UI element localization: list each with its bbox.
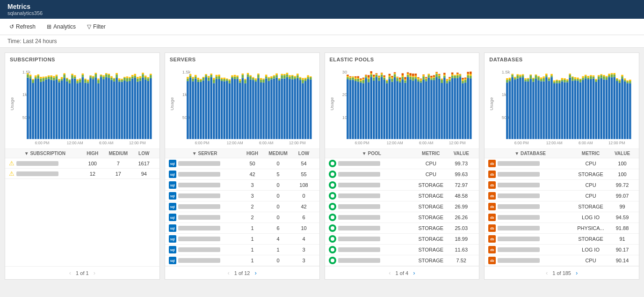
svg-rect-329: [357, 79, 359, 82]
svg-rect-429: [422, 76, 425, 80]
name-bar: [338, 193, 380, 198]
prev-page-button[interactable]: ‹: [67, 269, 73, 276]
svg-rect-365: [380, 74, 383, 77]
svg-rect-38: [53, 80, 55, 139]
svg-rect-220: [239, 83, 241, 139]
databases-pagination: ‹ 1 of 185 ›: [485, 266, 639, 279]
svg-rect-333: [360, 81, 362, 83]
svg-rect-595: [577, 78, 579, 79]
svg-rect-451: [435, 72, 438, 73]
svg-rect-290: [299, 78, 301, 80]
svg-rect-129: [131, 76, 134, 78]
svg-rect-493: [464, 80, 466, 82]
svg-rect-47: [61, 81, 63, 139]
svg-rect-460: [443, 78, 446, 139]
svg-text:1k: 1k: [22, 92, 27, 97]
svg-rect-556: [543, 76, 545, 78]
filter-button[interactable]: ▽ Filter: [85, 22, 108, 31]
time-bar: Time: Last 24 hours: [0, 35, 644, 48]
svg-text:12:00 PM: 12:00 PM: [608, 140, 625, 145]
svg-rect-285: [294, 76, 296, 77]
svg-rect-241: [257, 78, 260, 139]
svg-rect-32: [48, 79, 50, 139]
table-row: db CPU 100: [485, 158, 639, 169]
svg-rect-260: [273, 76, 275, 79]
svg-rect-647: [624, 82, 626, 139]
svg-rect-68: [79, 82, 81, 139]
svg-rect-37: [50, 75, 52, 77]
svg-rect-8: [27, 78, 29, 139]
prev-page-button[interactable]: ‹: [225, 269, 231, 276]
svg-rect-214: [234, 79, 236, 139]
svg-rect-526: [517, 74, 519, 75]
prev-page-button[interactable]: ‹: [544, 269, 550, 276]
svg-rect-604: [585, 75, 587, 76]
svg-rect-261: [273, 75, 275, 76]
svg-rect-164: [189, 75, 191, 78]
prev-page-button[interactable]: ‹: [387, 269, 392, 276]
table-row: STORAGE 7.52: [325, 255, 479, 266]
svg-rect-183: [205, 74, 207, 75]
svg-rect-289: [299, 80, 301, 139]
svg-rect-120: [123, 78, 126, 81]
svg-rect-616: [595, 79, 598, 80]
svg-rect-472: [451, 78, 453, 139]
refresh-button[interactable]: ↺ Refresh: [7, 22, 37, 31]
elastic-pools-chart: 30 20 10 Usage 6:00 PM 12:00 AM 6:00 AM …: [325, 64, 479, 148]
svg-rect-144: [145, 77, 147, 80]
svg-rect-197: [218, 76, 220, 79]
svg-rect-187: [210, 77, 212, 139]
svg-rect-196: [218, 79, 220, 139]
table-row: sql 1 4 4: [165, 234, 319, 245]
svg-rect-282: [291, 75, 294, 76]
svg-text:1.5k: 1.5k: [22, 69, 31, 74]
svg-rect-175: [200, 82, 202, 139]
elastic-pools-panel: ELASTIC POOLS 30 20 10 Usage 6:00 PM 12:…: [325, 52, 480, 280]
sql-icon: sql: [169, 171, 176, 178]
svg-rect-426: [420, 79, 422, 81]
next-page-button[interactable]: ›: [411, 269, 417, 276]
svg-rect-110: [116, 78, 118, 139]
svg-text:1k: 1k: [182, 92, 187, 97]
name-bar: [338, 204, 380, 209]
svg-rect-21: [37, 75, 40, 78]
svg-rect-276: [286, 73, 288, 74]
next-page-button[interactable]: ›: [574, 269, 579, 276]
svg-rect-140: [142, 77, 144, 139]
svg-rect-193: [215, 79, 217, 139]
svg-rect-198: [218, 74, 220, 76]
svg-rect-56: [69, 83, 71, 139]
svg-rect-483: [456, 73, 459, 74]
svg-rect-33: [48, 77, 50, 79]
svg-rect-501: [469, 76, 471, 78]
svg-rect-87: [95, 74, 97, 77]
svg-rect-514: [506, 78, 508, 80]
svg-rect-78: [87, 82, 89, 83]
svg-rect-263: [275, 75, 278, 77]
svg-rect-418: [414, 76, 417, 77]
svg-rect-204: [223, 78, 225, 79]
svg-rect-425: [420, 81, 422, 82]
svg-rect-141: [142, 74, 144, 77]
svg-rect-302: [310, 77, 312, 80]
svg-rect-549: [538, 77, 540, 80]
table-row: STORAGE 18.99: [325, 234, 479, 245]
svg-rect-167: [192, 78, 194, 81]
svg-rect-463: [443, 73, 446, 75]
svg-rect-269: [281, 75, 283, 79]
next-page-button[interactable]: ›: [253, 269, 258, 276]
svg-rect-321: [352, 77, 354, 80]
svg-rect-512: [506, 82, 508, 139]
pool-icon: [329, 224, 336, 232]
svg-rect-565: [550, 74, 553, 75]
servers-table: ▼ SERVER HIGH MEDIUM LOW sql 50 0 54 sql…: [165, 148, 319, 266]
analytics-button[interactable]: ⊞ Analytics: [45, 22, 78, 31]
svg-rect-499: [467, 72, 469, 74]
svg-rect-73: [82, 74, 84, 75]
svg-rect-478: [454, 75, 456, 76]
svg-rect-582: [566, 81, 569, 82]
svg-rect-516: [509, 79, 511, 81]
subscriptions-panel: SUBSCRIPTIONS 1.5k 1k 500 Usage 6:00 PM …: [5, 52, 160, 280]
databases-rows: db CPU 100 db STORAGE 100 db CPU 99.72 d…: [485, 158, 639, 266]
next-page-button[interactable]: ›: [92, 269, 97, 276]
